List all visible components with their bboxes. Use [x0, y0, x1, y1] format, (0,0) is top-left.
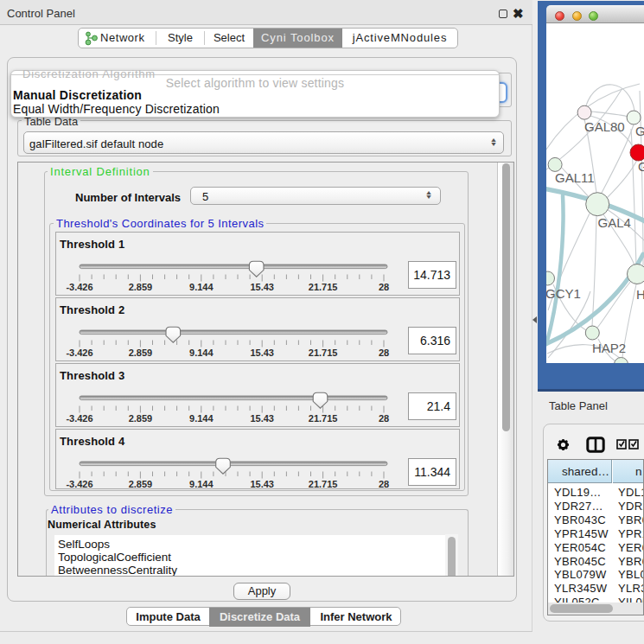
svg-text:15.43: 15.43 [250, 413, 274, 424]
svg-text:-3.426: -3.426 [66, 348, 92, 358]
svg-text:28: 28 [379, 348, 389, 358]
svg-text:9.144: 9.144 [189, 282, 214, 292]
svg-text:2.859: 2.859 [129, 282, 153, 292]
svg-text:-3.426: -3.426 [66, 282, 92, 292]
svg-text:2.859: 2.859 [129, 348, 153, 358]
svg-text:9.144: 9.144 [189, 348, 214, 358]
svg-text:15.43: 15.43 [250, 348, 274, 358]
svg-text:15.43: 15.43 [250, 479, 274, 489]
svg-text:GAL4: GAL4 [597, 215, 630, 230]
svg-text:GAL11: GAL11 [555, 170, 595, 185]
svg-text:28: 28 [379, 413, 389, 424]
svg-text:2.859: 2.859 [129, 479, 153, 489]
svg-text:HAP2: HAP2 [592, 341, 626, 355]
svg-text:15.43: 15.43 [250, 282, 274, 292]
svg-text:-3.426: -3.426 [66, 413, 92, 424]
svg-text:GCY1: GCY1 [546, 286, 581, 301]
svg-text:9.144: 9.144 [189, 413, 214, 424]
svg-text:21.715: 21.715 [309, 282, 338, 292]
svg-text:21.715: 21.715 [309, 348, 338, 358]
svg-text:21.715: 21.715 [309, 479, 338, 489]
svg-text:GAL80: GAL80 [584, 119, 625, 134]
svg-text:21.715: 21.715 [309, 413, 338, 424]
svg-text:G: G [638, 159, 644, 174]
svg-text:28: 28 [379, 479, 389, 489]
svg-text:GA: GA [635, 124, 644, 138]
svg-text:28: 28 [379, 282, 389, 292]
svg-text:9.144: 9.144 [189, 479, 214, 489]
svg-text:-3.426: -3.426 [66, 479, 92, 489]
svg-text:2.859: 2.859 [129, 413, 153, 424]
svg-text:H: H [636, 287, 644, 302]
